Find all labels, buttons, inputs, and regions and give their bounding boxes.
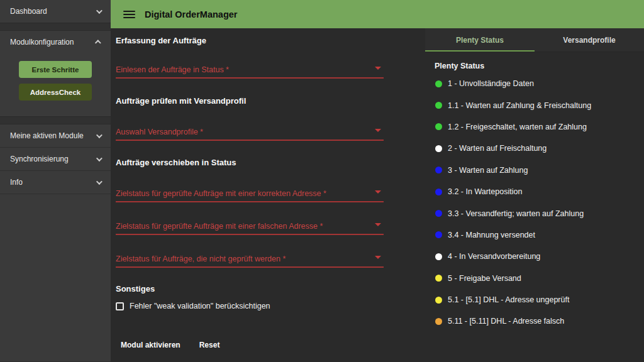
section-title-pruefen: Aufträge prüfen mit Versandprofil <box>116 96 425 106</box>
status-label: 3.2 - In Warteposition <box>448 187 522 196</box>
chevron-down-icon <box>96 8 103 14</box>
erste-schritte-button[interactable]: Erste Schritte <box>19 61 92 78</box>
module-config-form: Erfassung der Aufträge Einlesen der Auft… <box>111 28 425 362</box>
addresscheck-button[interactable]: AddressCheck <box>19 84 92 101</box>
form-actions: Modul aktivieren Reset <box>116 336 425 354</box>
status-tabbar: Plenty Status Versandprofile <box>425 28 644 52</box>
dropdown-arrow-icon <box>375 190 381 194</box>
status-color-dot <box>435 80 442 87</box>
status-color-dot <box>435 297 442 304</box>
status-list-heading: Plenty Status <box>435 62 644 70</box>
divider <box>0 194 111 194</box>
status-color-dot <box>435 123 442 130</box>
status-color-dot <box>435 318 442 325</box>
status-panel: Plenty Status Versandprofile Plenty Stat… <box>425 28 644 362</box>
status-label: 1.2 - Freigeschaltet, warten auf Zahlung <box>448 123 587 131</box>
select-label: Zielstatus für geprüfte Aufträge mit ein… <box>116 222 323 231</box>
modulkonfiguration-panel: Erste Schritte AddressCheck <box>0 53 111 116</box>
status-color-dot <box>435 189 442 195</box>
sidebar-section-gap <box>0 116 111 124</box>
select-label: Auswahl Versandprofile * <box>116 128 203 136</box>
modul-aktivieren-button[interactable]: Modul aktivieren <box>116 336 186 354</box>
section-title-sonstiges: Sonstiges <box>116 284 425 294</box>
status-list-item: 3 - Warten auf Zahlung <box>435 160 644 181</box>
select-label: Einlesen der Aufträge in Status * <box>116 65 229 74</box>
select-zielstatus-nicht-geprueft[interactable]: Zielstatus für Aufträge, die nicht geprü… <box>116 253 384 268</box>
reset-button[interactable]: Reset <box>194 336 225 354</box>
hamburger-menu-icon[interactable] <box>123 11 135 18</box>
status-list-item: 5.11 - [5.11] DHL - Adresse falsch <box>435 310 644 332</box>
sidebar: Dashboard Modulkonfiguration Erste Schri… <box>0 0 111 362</box>
section-title-erfassung: Erfassung der Aufträge <box>116 36 425 46</box>
status-color-dot <box>435 231 442 238</box>
status-label: 3.4 - Mahnung versendet <box>448 231 535 239</box>
status-color-dot <box>435 145 442 152</box>
dropdown-arrow-icon <box>375 256 381 259</box>
status-color-dot <box>435 167 442 173</box>
sidebar-item-label: Info <box>10 178 23 187</box>
status-list-item: 1.1 - Warten auf Zahlung & Freischaltung <box>435 94 644 116</box>
chevron-down-icon <box>96 155 103 162</box>
status-label: 2 - Warten auf Freischaltung <box>448 144 547 153</box>
dropdown-arrow-icon <box>375 223 381 226</box>
weak-validation-checkbox-row[interactable]: Fehler "weak validation" berücksichtigen <box>116 302 425 310</box>
status-color-dot <box>435 210 442 217</box>
sidebar-item-modulkonfiguration[interactable]: Modulkonfiguration <box>0 31 111 53</box>
sidebar-item-dashboard[interactable]: Dashboard <box>0 0 111 23</box>
status-label: 1.1 - Warten auf Zahlung & Freischaltung <box>448 101 591 110</box>
select-zielstatus-korrekte-adresse[interactable]: Zielstatus für geprüfte Aufträge mit ein… <box>116 187 384 202</box>
status-list: 1 - Unvollständige Daten 1.1 - Warten au… <box>425 73 644 332</box>
tab-plenty-status[interactable]: Plenty Status <box>425 28 535 52</box>
tab-versandprofile[interactable]: Versandprofile <box>535 28 644 52</box>
chevron-up-icon <box>95 40 101 46</box>
status-color-dot <box>435 253 442 260</box>
section-title-verschieben: Aufträge verschieben in Status <box>116 158 425 168</box>
select-label: Zielstatus für geprüfte Aufträge mit ein… <box>116 189 326 198</box>
sidebar-item-label: Modulkonfiguration <box>10 38 74 47</box>
status-label: 4 - In Versandvorbereitung <box>448 252 540 261</box>
app-header: Digital OrderManager <box>111 0 644 28</box>
status-list-item: 5.1 - [5.1] DHL - Adresse ungeprüft <box>435 289 644 310</box>
status-label: 3.3 - Versandfertig; warten auf Zahlung <box>448 209 584 218</box>
sidebar-item-info[interactable]: Info <box>0 171 111 194</box>
sidebar-item-label: Meine aktiven Module <box>10 131 84 140</box>
status-label: 5.1 - [5.1] DHL - Adresse ungeprüft <box>448 295 569 304</box>
chevron-down-icon <box>96 132 103 138</box>
status-list-item: 4 - In Versandvorbereitung <box>435 246 644 267</box>
select-einlesen-status[interactable]: Einlesen der Aufträge in Status * <box>116 63 384 79</box>
select-label: Zielstatus für Aufträge, die nicht geprü… <box>116 255 286 263</box>
sidebar-item-label: Dashboard <box>10 7 47 16</box>
status-list-item: 3.3 - Versandfertig; warten auf Zahlung <box>435 202 644 224</box>
sidebar-item-synchronisierung[interactable]: Synchronisierung <box>0 148 111 170</box>
select-versandprofile[interactable]: Auswahl Versandprofile * <box>116 126 384 141</box>
sidebar-item-label: Synchronisierung <box>10 155 69 163</box>
status-label: 5.11 - [5.11] DHL - Adresse falsch <box>448 317 564 326</box>
dropdown-arrow-icon <box>375 129 381 132</box>
sidebar-section-gap <box>0 23 111 31</box>
sidebar-item-meine-aktiven-module[interactable]: Meine aktiven Module <box>0 124 111 147</box>
status-color-dot <box>435 102 442 109</box>
status-label: 3 - Warten auf Zahlung <box>448 166 528 175</box>
checkbox-label: Fehler "weak validation" berücksichtigen <box>130 302 270 310</box>
dropdown-arrow-icon <box>375 67 381 70</box>
select-zielstatus-falsche-adresse[interactable]: Zielstatus für geprüfte Aufträge mit ein… <box>116 220 384 235</box>
status-list-item: 2 - Warten auf Freischaltung <box>435 138 644 159</box>
status-label: 1 - Unvollständige Daten <box>448 79 534 88</box>
status-list-item: 3.4 - Mahnung versendet <box>435 224 644 246</box>
checkbox-unchecked[interactable] <box>116 302 124 310</box>
chevron-down-icon <box>96 178 103 185</box>
status-list-item: 5 - Freigabe Versand <box>435 268 644 289</box>
status-list-item: 1 - Unvollständige Daten <box>435 73 644 94</box>
app-title: Digital OrderManager <box>145 9 237 19</box>
status-list-item: 3.2 - In Warteposition <box>435 181 644 202</box>
status-color-dot <box>435 275 442 282</box>
status-label: 5 - Freigabe Versand <box>448 274 521 283</box>
status-list-item: 1.2 - Freigeschaltet, warten auf Zahlung <box>435 116 644 138</box>
